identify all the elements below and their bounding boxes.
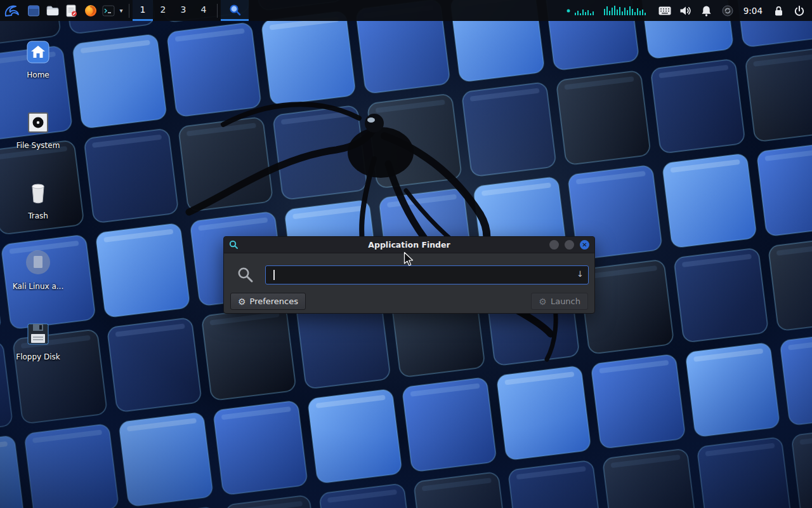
audio-visualizer [566, 4, 650, 18]
desktop-icon-home[interactable]: Home [8, 32, 69, 79]
titlebar[interactable]: Application Finder ✕ [224, 237, 594, 253]
floppy-disk-icon [25, 314, 51, 347]
chevron-down-icon[interactable]: ▾ [117, 7, 126, 14]
notifications[interactable] [700, 0, 713, 21]
close-button[interactable]: ✕ [580, 240, 589, 250]
workspace-3-button[interactable]: 3 [173, 0, 193, 21]
launch-label: Launch [551, 297, 580, 306]
keyboard-icon [658, 6, 671, 15]
workspace-4-button[interactable]: 4 [193, 0, 214, 21]
bell-icon [701, 5, 712, 17]
desktop-icon-label: Floppy Disk [16, 352, 60, 361]
text-caret [273, 270, 275, 280]
clock[interactable]: 9:04 [742, 6, 764, 16]
desktop-icon-kali-docs[interactable]: Kali Linux a... [8, 243, 69, 291]
search-input[interactable] [265, 265, 589, 284]
file-system-icon [25, 102, 51, 135]
application-finder-window: Application Finder ✕ ↓ ⚙ Preferences ⚙ L… [223, 236, 595, 314]
desktop-icon-floppy-disk[interactable]: Floppy Disk [8, 314, 69, 361]
workspace-2-button[interactable]: 2 [153, 0, 173, 21]
keyboard-indicator[interactable] [658, 0, 671, 21]
workspace-1-button[interactable]: 1 [133, 0, 153, 21]
folder-icon [46, 6, 59, 16]
kali-logo-icon [4, 4, 20, 18]
panel-launchers: ▾ 1 2 3 4 [0, 0, 249, 21]
desktop-icon-trash[interactable]: Trash [8, 173, 69, 220]
desktop-icon-label: Trash [28, 211, 48, 220]
search-icon [229, 4, 241, 16]
file-manager-launcher[interactable] [24, 0, 43, 21]
taskbar-application-finder[interactable] [221, 0, 249, 21]
preferences-button[interactable]: ⚙ Preferences [230, 293, 306, 310]
window-search-icon [229, 240, 239, 250]
terminal-icon [102, 4, 115, 17]
minimize-button[interactable] [549, 240, 559, 250]
window-title: Application Finder [224, 240, 594, 250]
screen-lock[interactable] [772, 0, 785, 21]
home-icon [25, 32, 51, 65]
launch-gear-icon: ⚙ [539, 297, 547, 306]
lock-icon [773, 5, 784, 17]
close-icon: ✕ [582, 242, 587, 248]
power-icon [794, 5, 805, 17]
system-tray: 9:04 [566, 0, 812, 21]
preferences-label: Preferences [250, 297, 298, 306]
volume-control[interactable] [679, 0, 692, 21]
applications-menu-button[interactable] [0, 0, 24, 21]
text-editor-launcher[interactable] [62, 0, 81, 21]
panel-separator [129, 4, 129, 18]
maximize-button[interactable] [565, 240, 574, 250]
desktop-icon-label: Kali Linux a... [13, 282, 63, 291]
window-icon [27, 4, 40, 17]
desktop-icon-column: Home File System Trash Kali Linu [8, 32, 69, 384]
firefox-launcher[interactable] [81, 0, 100, 21]
desktop-icon-label: Home [27, 70, 49, 79]
session-logout[interactable] [793, 0, 806, 21]
firefox-icon [84, 4, 97, 17]
desktop-icon-label: File System [16, 141, 60, 150]
top-panel: ▾ 1 2 3 4 [0, 0, 812, 21]
search-field-wrap: ↓ [265, 265, 589, 284]
files-launcher[interactable] [43, 0, 62, 21]
kali-docs-icon [24, 243, 52, 276]
button-row: ⚙ Preferences ⚙ Launch [224, 293, 594, 311]
speaker-icon [679, 5, 691, 17]
search-icon [237, 266, 254, 286]
updates-applet[interactable] [721, 0, 734, 21]
panel-separator [217, 4, 218, 18]
document-pen-icon [66, 4, 77, 17]
trash-icon [25, 173, 51, 206]
gear-icon: ⚙ [238, 297, 246, 306]
launch-button[interactable]: ⚙ Launch [531, 293, 588, 310]
desktop-icon-file-system[interactable]: File System [8, 102, 69, 150]
update-circle-icon [722, 5, 733, 17]
terminal-launcher[interactable] [100, 0, 117, 21]
window-controls: ✕ [549, 240, 589, 250]
